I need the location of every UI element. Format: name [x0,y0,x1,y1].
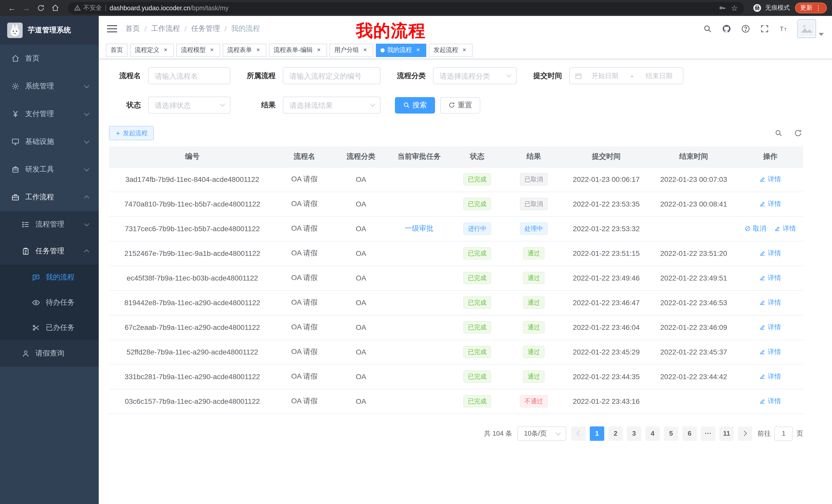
view-tab[interactable]: 流程定义 × [130,44,174,57]
status-badge: 已完成 [463,395,491,408]
view-tab[interactable]: 流程模型 × [176,44,220,57]
cell-end-time: 2022-01-23 00:07:03 [650,167,737,192]
submit-time-range-picker[interactable]: 开始日期 - 结束日期 [569,67,683,84]
user-menu[interactable] [798,20,824,38]
refresh-table-icon[interactable] [793,128,803,138]
sidebar-item-done-tasks[interactable]: 已办任务 [0,315,99,340]
detail-link[interactable]: 详情 [759,199,781,208]
result-select[interactable] [283,96,381,114]
browser-refresh-icon[interactable] [34,1,47,15]
close-icon[interactable]: × [162,47,169,54]
detail-link[interactable]: 详情 [759,347,781,357]
update-button[interactable]: 更新 ⋮ [795,3,827,13]
chevron-down-icon [84,221,89,226]
view-tab[interactable]: 首页 [106,44,128,57]
view-tab[interactable]: 发起流程 × [429,44,473,57]
browser-menu-icon[interactable]: ⋮ [815,4,822,12]
security-warning[interactable]: 不安全 [74,4,102,12]
breadcrumb-task-mgmt[interactable]: 任务管理 [191,24,220,33]
status-select[interactable] [148,96,230,114]
page-number-button[interactable]: 3 [627,426,641,441]
browser-home-icon[interactable] [48,1,62,15]
close-icon[interactable]: × [208,47,215,54]
close-icon[interactable]: × [414,47,422,54]
process-name-input[interactable] [148,67,230,84]
detail-link[interactable]: 详情 [759,372,781,381]
sidebar-item-process-mgmt[interactable]: 流程管理 [0,211,99,238]
view-tab[interactable]: 流程表单 × [223,44,266,57]
password-key-icon[interactable] [718,4,726,12]
close-icon[interactable]: × [315,47,322,54]
goto-label: 前往 [757,429,771,438]
help-icon[interactable] [740,24,751,34]
page-number-button[interactable]: 1 [590,426,604,441]
sidebar-item-home[interactable]: 首页 [0,45,99,73]
close-icon[interactable]: × [461,47,468,54]
submit-time-label: 提交时间 [531,71,562,80]
sidebar-item-payment[interactable]: 支付管理 [0,100,99,128]
font-size-icon[interactable]: TT [779,24,789,34]
chevron-down-icon [818,33,824,36]
sidebar-item-label: 流程管理 [35,220,64,229]
edit-icon [759,373,766,380]
process-category-select[interactable] [433,67,517,84]
breadcrumb-workflow[interactable]: 工作流程 [151,24,180,33]
view-tab[interactable]: 流程表单-编辑 × [269,44,327,57]
detail-link[interactable]: 详情 [759,397,781,406]
goto-page-input[interactable] [774,426,793,441]
reset-button[interactable]: 重置 [440,97,480,113]
sidebar-item-leave-query[interactable]: 请假查询 [0,340,99,367]
avatar [798,20,816,38]
page-size-select[interactable] [517,426,566,441]
page-number-button[interactable]: 11 [719,426,734,441]
browser-back-icon[interactable]: ← [5,1,19,15]
process-definition-input[interactable] [283,67,381,84]
hamburger-icon[interactable] [107,24,117,34]
sidebar-item-devtools[interactable]: 研发工具 [0,156,99,184]
search-button[interactable]: 搜索 [395,97,435,113]
cell-submit-time: 2022-01-22 23:53:32 [563,216,650,241]
close-icon[interactable]: × [255,47,262,54]
detail-link[interactable]: 详情 [759,323,781,332]
sidebar-item-todo-tasks[interactable]: 待办任务 [0,290,99,315]
toggle-search-icon[interactable] [773,128,784,138]
detail-link[interactable]: 详情 [759,249,781,258]
next-page-button[interactable] [738,426,752,441]
cell-name: OA 请假 [276,290,333,315]
home-icon [11,54,20,63]
page-number-button[interactable]: 4 [645,426,660,441]
sidebar-item-workflow[interactable]: 工作流程 [0,184,99,211]
cell-end-time [650,216,737,241]
detail-link[interactable]: 详情 [759,298,781,307]
cancel-link[interactable]: 取消 [745,224,766,233]
task-link[interactable]: 一级审批 [405,224,434,233]
close-icon[interactable]: × [362,47,369,54]
page-number-button[interactable]: 6 [682,426,697,441]
page-number-button[interactable]: 2 [608,426,623,441]
detail-link[interactable]: 详情 [759,273,781,283]
view-tab[interactable]: 我的流程 × [376,44,426,57]
detail-link[interactable]: 详情 [774,224,796,233]
page-number-button[interactable]: 5 [664,426,678,441]
address-bar[interactable]: 不安全 dashboard.yudao.iocoder.cn/bpm/task/… [68,2,744,14]
github-icon[interactable] [722,24,732,34]
browser-forward-icon[interactable]: → [20,1,33,15]
chevron-up-icon [84,195,89,201]
detail-link[interactable]: 详情 [759,175,781,184]
search-icon[interactable] [702,24,713,34]
page-number-button[interactable]: ··· [701,426,715,441]
create-process-button[interactable]: 发起流程 [109,126,154,140]
view-tab[interactable]: 用户分组 × [330,44,373,57]
sidebar-item-task-mgmt[interactable]: 任务管理 [0,238,99,264]
bookmark-star-icon[interactable]: ☆ [731,3,738,12]
cell-end-time: 2022-01-22 23:46:09 [650,315,737,340]
sidebar-item-system[interactable]: 系统管理 [0,73,99,100]
fullscreen-icon[interactable] [759,24,770,34]
col-task: 当前审批任务 [389,146,449,167]
sidebar-item-my-process[interactable]: 我的流程 [0,264,99,290]
sidebar-item-infra[interactable]: 基础设施 [0,128,99,156]
prev-page-button[interactable] [571,426,586,441]
breadcrumb-home[interactable]: 首页 [126,24,140,33]
logo[interactable]: 芋道管理系统 [0,16,99,45]
cell-id: 2152467e-7b9b-11ec-9a1b-acde48001122 [109,241,276,265]
